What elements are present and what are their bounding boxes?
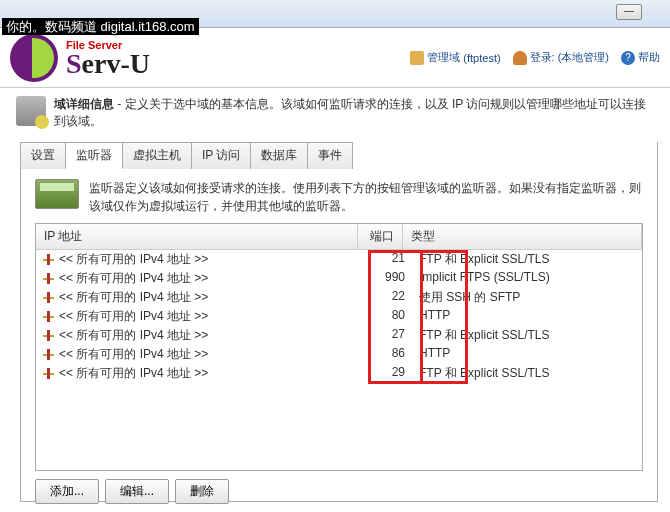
listener-row-icon — [42, 253, 55, 266]
table-row[interactable]: << 所有可用的 IPv4 地址 >>86HTTP — [36, 345, 642, 364]
tab-bar: 设置监听器虚拟主机IP 访问数据库事件 — [20, 142, 657, 169]
domain-info-icon — [16, 96, 46, 126]
minimize-button[interactable]: — — [616, 4, 642, 20]
app-header: File Server Serv-U 管理域(ftptest) 登录:(本地管理… — [0, 28, 670, 88]
domain-info-banner: 域详细信息 - 定义关于选中域的基本信息。该域如何监听请求的连接，以及 IP 访… — [0, 88, 670, 138]
listener-row-icon — [42, 367, 55, 380]
help-icon: ? — [621, 51, 635, 65]
tab-5[interactable]: 事件 — [307, 142, 353, 169]
table-row[interactable]: << 所有可用的 IPv4 地址 >>990Implicit FTPS (SSL… — [36, 269, 642, 288]
tab-2[interactable]: 虚拟主机 — [122, 142, 192, 169]
add-button[interactable]: 添加... — [35, 479, 99, 504]
manage-domain-link[interactable]: 管理域(ftptest) — [410, 50, 500, 65]
table-row[interactable]: << 所有可用的 IPv4 地址 >>22使用 SSH 的 SFTP — [36, 288, 642, 307]
edit-button[interactable]: 编辑... — [105, 479, 169, 504]
table-row[interactable]: << 所有可用的 IPv4 地址 >>21FTP 和 Explicit SSL/… — [36, 250, 642, 269]
tab-1[interactable]: 监听器 — [65, 142, 123, 169]
watermark-text: 你的。数码频道 digital.it168.com — [2, 18, 199, 36]
table-header: IP 地址 端口 类型 — [36, 224, 642, 250]
listener-description: 监听器定义该域如何接受请求的连接。使用列表下方的按钮管理该域的监听器。如果没有指… — [89, 179, 643, 215]
listener-row-icon — [42, 310, 55, 323]
table-row[interactable]: << 所有可用的 IPv4 地址 >>80HTTP — [36, 307, 642, 326]
tab-3[interactable]: IP 访问 — [191, 142, 251, 169]
listener-row-icon — [42, 348, 55, 361]
col-type[interactable]: 类型 — [403, 224, 642, 249]
servu-logo-icon — [10, 34, 58, 82]
col-port[interactable]: 端口 — [358, 224, 403, 249]
tab-0[interactable]: 设置 — [20, 142, 66, 169]
login-link[interactable]: 登录:(本地管理) — [513, 50, 609, 65]
listener-table: IP 地址 端口 类型 << 所有可用的 IPv4 地址 >>21FTP 和 E… — [35, 223, 643, 471]
user-icon — [513, 51, 527, 65]
col-ip[interactable]: IP 地址 — [36, 224, 358, 249]
tab-4[interactable]: 数据库 — [250, 142, 308, 169]
table-row[interactable]: << 所有可用的 IPv4 地址 >>27FTP 和 Explicit SSL/… — [36, 326, 642, 345]
brand-title: Serv-U — [66, 51, 150, 76]
listener-row-icon — [42, 329, 55, 342]
listener-row-icon — [42, 272, 55, 285]
help-link[interactable]: ? 帮助 — [621, 50, 660, 65]
brand-block: File Server Serv-U — [66, 39, 150, 76]
delete-button[interactable]: 删除 — [175, 479, 229, 504]
listener-row-icon — [42, 291, 55, 304]
content-panel: 设置监听器虚拟主机IP 访问数据库事件 监听器定义该域如何接受请求的连接。使用列… — [20, 142, 658, 502]
server-icon — [410, 51, 424, 65]
table-row[interactable]: << 所有可用的 IPv4 地址 >>29FTP 和 Explicit SSL/… — [36, 364, 642, 383]
network-card-icon — [35, 179, 79, 209]
